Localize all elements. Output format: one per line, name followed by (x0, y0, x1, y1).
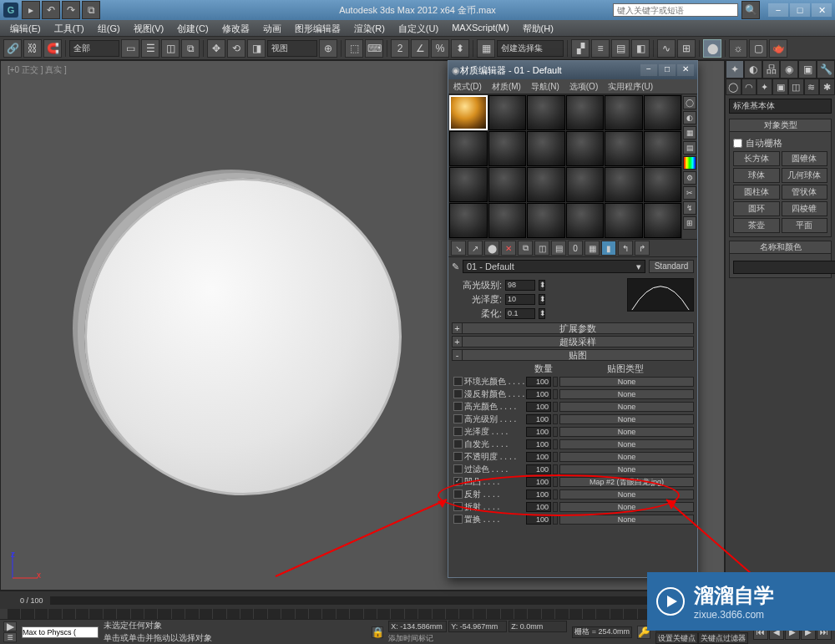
spinner-arrows[interactable] (553, 414, 558, 424)
map-amount-spinner[interactable]: 100 (526, 439, 551, 449)
put-material-button[interactable]: ↗ (468, 241, 483, 256)
add-time-tag[interactable]: 添加时间标记 (388, 633, 567, 644)
menu-group[interactable]: 组(G) (91, 20, 127, 36)
keyboard-shortcut-button[interactable]: ⌨ (365, 39, 383, 58)
primitive-button[interactable]: 几何球体 (782, 168, 828, 183)
rotate-button[interactable]: ⟲ (227, 39, 245, 58)
snap-angle-button[interactable]: ∠ (411, 39, 429, 58)
soften-spinner[interactable] (505, 308, 535, 319)
schematic-button[interactable]: ⊞ (677, 39, 696, 58)
primitive-button[interactable]: 茶壶 (733, 218, 780, 233)
pivot-button[interactable]: ⊕ (319, 39, 337, 58)
qat-button[interactable]: ▸ (22, 1, 40, 19)
scale-button[interactable]: ◨ (247, 39, 266, 58)
material-slot[interactable] (488, 95, 527, 130)
map-checkbox[interactable] (453, 502, 463, 511)
map-slot-button[interactable]: None (559, 402, 694, 412)
coord-x[interactable]: X: -134.586mm (388, 621, 447, 632)
background-icon[interactable]: ▦ (683, 126, 696, 139)
mat-menu-mode[interactable]: 模式(D) (448, 79, 487, 94)
mateditor-close[interactable]: ✕ (677, 64, 694, 76)
menu-help[interactable]: 帮助(H) (516, 20, 560, 36)
render-setup-button[interactable]: ☼ (729, 39, 747, 58)
primitive-button[interactable]: 圆环 (733, 201, 780, 216)
make-unique-button[interactable]: ◫ (534, 241, 549, 256)
material-slot[interactable] (566, 131, 605, 166)
spinner-arrows[interactable] (553, 402, 558, 412)
material-slot[interactable] (488, 131, 527, 166)
spinner-arrows[interactable] (553, 502, 558, 512)
matid-icon[interactable]: ↯ (683, 201, 696, 215)
map-slot-button[interactable]: None (559, 464, 694, 474)
render-button[interactable]: 🫖 (769, 39, 787, 58)
material-slot[interactable] (605, 167, 643, 202)
map-amount-spinner[interactable]: 100 (526, 464, 551, 474)
go-forward-button[interactable]: ↱ (635, 241, 650, 256)
spinner-snap-button[interactable]: ⬍ (451, 39, 469, 58)
show-end-result-button[interactable]: ▮ (601, 241, 616, 256)
map-slot-button[interactable]: None (559, 377, 694, 387)
map-checkbox[interactable] (453, 477, 463, 486)
mateditor-minimize[interactable]: − (640, 64, 657, 76)
mat-menu-material[interactable]: 材质(M) (487, 79, 526, 94)
map-slot-button[interactable]: None (559, 427, 694, 437)
map-amount-spinner[interactable]: 100 (526, 502, 551, 512)
mateditor-maximize[interactable]: □ (659, 64, 676, 76)
map-slot-button[interactable]: None (559, 439, 694, 449)
selection-filter[interactable]: 全部 (69, 40, 119, 57)
mat-menu-nav[interactable]: 导航(N) (526, 79, 564, 94)
material-slot[interactable] (644, 95, 682, 130)
menu-customize[interactable]: 自定义(U) (392, 20, 445, 36)
layers-button[interactable]: ▤ (611, 39, 630, 58)
maps-rollout[interactable]: -贴图 (452, 349, 694, 361)
spinner-arrows[interactable] (553, 439, 558, 449)
select-button[interactable]: ▭ (121, 39, 139, 58)
get-material-button[interactable]: ↘ (451, 241, 466, 256)
select-name-button[interactable]: ☰ (141, 39, 159, 58)
spinner-arrows[interactable] (553, 389, 558, 399)
primitive-button[interactable]: 球体 (733, 168, 780, 183)
material-slot[interactable] (605, 95, 643, 130)
map-checkbox[interactable] (453, 489, 463, 499)
map-slot-button[interactable]: None (559, 515, 694, 525)
slot-count-icon[interactable]: ⊞ (683, 216, 696, 230)
mirror-button[interactable]: ▞ (571, 39, 590, 58)
geometry-subtab[interactable]: ◯ (726, 79, 741, 95)
unlink-button[interactable]: ⛓ (23, 39, 42, 58)
maxscript-listener[interactable] (22, 626, 99, 638)
mat-menu-util[interactable]: 实用程序(U) (603, 79, 658, 94)
select-manipulate-button[interactable]: ⬚ (345, 39, 363, 58)
restore-button[interactable]: □ (790, 3, 810, 17)
autogrid-checkbox[interactable] (733, 139, 742, 148)
primitive-button[interactable]: 长方体 (733, 151, 780, 166)
material-slot[interactable] (644, 167, 682, 202)
display-tab[interactable]: ▣ (798, 60, 817, 79)
primitive-button[interactable]: 四棱锥 (782, 201, 828, 216)
pick-material-icon[interactable]: ✎ (452, 261, 459, 272)
material-name-dropdown[interactable]: 01 - Default▾ (463, 260, 645, 273)
minimize-button[interactable]: − (768, 3, 788, 17)
video-color-icon[interactable] (683, 156, 696, 170)
map-checkbox[interactable] (453, 377, 463, 386)
menu-tools[interactable]: 工具(T) (48, 20, 91, 36)
timeline-config-icon-2[interactable]: ≡ (3, 632, 17, 642)
material-slot[interactable] (566, 95, 605, 130)
menu-maxscript[interactable]: MAXScript(M) (445, 20, 515, 36)
utilities-tab[interactable]: 🔧 (817, 60, 835, 79)
material-slot[interactable] (605, 131, 643, 166)
spinner-arrows[interactable] (553, 515, 558, 525)
redo-button[interactable]: ↷ (62, 1, 80, 19)
matid-channel-button[interactable]: 0 (568, 241, 583, 256)
named-sel-button[interactable]: ▦ (477, 39, 495, 58)
cameras-subtab[interactable]: ▣ (772, 79, 788, 95)
qat-button[interactable]: ⧉ (82, 1, 100, 19)
uv-icon[interactable]: ▤ (683, 141, 696, 155)
material-slot[interactable] (644, 203, 682, 238)
align-button[interactable]: ≡ (591, 39, 610, 58)
shapes-subtab[interactable]: ◠ (741, 79, 757, 95)
search-icon[interactable]: 🔍 (741, 1, 760, 19)
map-checkbox[interactable] (453, 452, 463, 461)
keyfilter-button[interactable]: 关键点过滤器 (698, 632, 748, 644)
map-slot-button[interactable]: None (559, 502, 694, 512)
menu-render[interactable]: 渲染(R) (347, 20, 392, 36)
